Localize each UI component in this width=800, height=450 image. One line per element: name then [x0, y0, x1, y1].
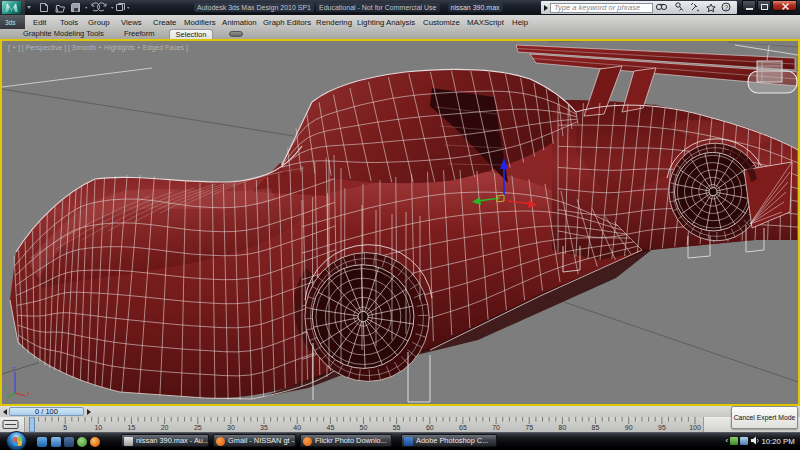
svg-text:x: x	[27, 390, 30, 396]
svg-text:55: 55	[393, 424, 401, 431]
svg-text:100: 100	[689, 424, 701, 431]
svg-text:5: 5	[63, 424, 67, 431]
svg-text:15: 15	[128, 424, 136, 431]
svg-text:20: 20	[161, 424, 169, 431]
svg-text:75: 75	[525, 424, 533, 431]
svg-text:45: 45	[327, 424, 335, 431]
svg-text:40: 40	[293, 424, 301, 431]
svg-text:95: 95	[658, 424, 666, 431]
svg-text:85: 85	[592, 424, 600, 431]
svg-text:90: 90	[625, 424, 633, 431]
svg-text:y: y	[3, 384, 6, 390]
svg-text:35: 35	[260, 424, 268, 431]
svg-text:z: z	[13, 365, 16, 371]
svg-text:65: 65	[459, 424, 467, 431]
svg-text:80: 80	[559, 424, 567, 431]
svg-text:?: ?	[724, 4, 728, 11]
svg-text:60: 60	[426, 424, 434, 431]
svg-text:70: 70	[492, 424, 500, 431]
svg-text:30: 30	[227, 424, 235, 431]
svg-text:50: 50	[360, 424, 368, 431]
svg-text:25: 25	[194, 424, 202, 431]
svg-text:10: 10	[94, 424, 102, 431]
svg-text:[ + ] [ Perspective ] [ Smooth: [ + ] [ Perspective ] [ Smooth + Highlig…	[8, 44, 188, 52]
